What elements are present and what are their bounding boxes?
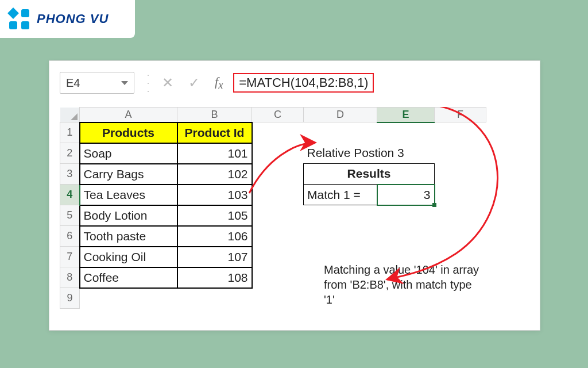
cell[interactable]: Tooth paste	[80, 226, 177, 247]
cell[interactable]: Coffee	[80, 267, 177, 288]
cell[interactable]	[252, 164, 304, 185]
spreadsheet[interactable]: A B C D E F 1 Products Product Id 2 Soap	[60, 107, 529, 309]
cell[interactable]	[377, 205, 435, 226]
cell[interactable]: Body Lotion	[80, 205, 177, 226]
separator-dots-icon: ···	[145, 73, 152, 93]
table-row: 6 Tooth paste 106	[60, 226, 486, 247]
cell[interactable]	[435, 226, 486, 247]
formula-bar: E4 ··· ✕ ✓ fx =MATCH(104,B2:B8,1)	[60, 71, 529, 94]
cell[interactable]	[252, 247, 304, 267]
cell[interactable]	[252, 226, 304, 247]
table-row: 1 Products Product Id	[60, 122, 486, 143]
row-header[interactable]: 3	[60, 164, 80, 185]
header-products[interactable]: Products	[80, 122, 177, 143]
cancel-formula-icon[interactable]: ✕	[162, 75, 173, 91]
cell[interactable]: Carry Bags	[80, 164, 177, 185]
formula-input[interactable]: =MATCH(104,B2:B8,1)	[233, 73, 374, 93]
cell[interactable]	[304, 226, 377, 247]
header-product-id[interactable]: Product Id	[177, 122, 252, 143]
cell[interactable]: Soap	[80, 143, 177, 164]
cell[interactable]	[252, 122, 304, 143]
row-header[interactable]: 5	[60, 205, 80, 226]
cell[interactable]: 107	[177, 247, 252, 267]
col-header-C[interactable]: C	[252, 108, 304, 122]
cell[interactable]	[304, 122, 377, 143]
col-header-E[interactable]: E	[377, 108, 435, 122]
cell[interactable]	[252, 185, 304, 205]
row-header[interactable]: 7	[60, 247, 80, 267]
col-header-F[interactable]: F	[435, 108, 486, 122]
results-value[interactable]: 3	[377, 185, 435, 205]
row-header[interactable]: 1	[60, 122, 80, 143]
cell[interactable]	[252, 205, 304, 226]
cell[interactable]: 106	[177, 226, 252, 247]
table-row: 4 Tea Leaves 103 Match 1 = 3	[60, 185, 486, 205]
col-header-A[interactable]: A	[80, 108, 177, 122]
cell[interactable]	[177, 288, 252, 309]
cell[interactable]	[435, 122, 486, 143]
cell[interactable]	[435, 164, 486, 185]
row-header[interactable]: 2	[60, 143, 80, 164]
cell[interactable]	[80, 288, 177, 309]
logo-card: PHONG VU	[0, 0, 135, 38]
cell[interactable]	[252, 143, 304, 164]
cell[interactable]: 108	[177, 267, 252, 288]
row-header[interactable]: 9	[60, 288, 80, 309]
excel-panel: E4 ··· ✕ ✓ fx =MATCH(104,B2:B8,1) A B C …	[49, 60, 540, 331]
cell[interactable]	[304, 205, 377, 226]
fx-icon[interactable]: fx	[215, 74, 223, 91]
cell[interactable]	[377, 226, 435, 247]
col-header-B[interactable]: B	[177, 108, 252, 122]
relative-position-label: Relative Postion 3	[304, 143, 486, 164]
select-all-corner[interactable]	[60, 108, 80, 122]
col-header-D[interactable]: D	[304, 108, 377, 122]
cell[interactable]: 102	[177, 164, 252, 185]
name-box-value: E4	[66, 76, 121, 90]
chevron-down-icon[interactable]	[121, 81, 128, 85]
row-header[interactable]: 8	[60, 267, 80, 288]
explanation-note: Matching a value '104' in array from 'B2…	[324, 262, 479, 307]
logo-text: PHONG VU	[37, 12, 109, 26]
cell[interactable]: 103	[177, 185, 252, 205]
cell[interactable]	[435, 185, 486, 205]
cell[interactable]	[252, 267, 304, 288]
cell[interactable]: Tea Leaves	[80, 185, 177, 205]
row-header[interactable]: 6	[60, 226, 80, 247]
results-label[interactable]: Match 1 =	[304, 185, 377, 205]
table-row: 2 Soap 101 Relative Postion 3	[60, 143, 486, 164]
accept-formula-icon[interactable]: ✓	[188, 75, 200, 91]
results-header[interactable]: Results	[304, 164, 435, 185]
cell[interactable]: 101	[177, 143, 252, 164]
cell[interactable]: Cooking Oil	[80, 247, 177, 267]
cell[interactable]: 105	[177, 205, 252, 226]
cell[interactable]	[377, 122, 435, 143]
cell[interactable]	[435, 205, 486, 226]
row-header[interactable]: 4	[60, 185, 80, 205]
cell[interactable]	[252, 288, 304, 309]
logo-icon	[7, 7, 31, 31]
name-box[interactable]: E4	[60, 72, 134, 94]
table-row: 5 Body Lotion 105	[60, 205, 486, 226]
column-headers: A B C D E F	[60, 108, 486, 122]
table-row: 3 Carry Bags 102 Results	[60, 164, 486, 185]
